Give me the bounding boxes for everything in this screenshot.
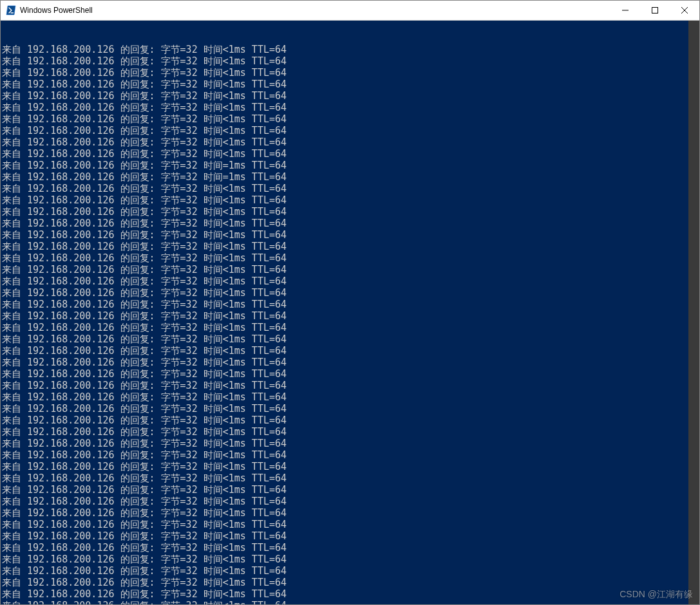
- ping-reply-line: 来自 192.168.200.126 的回复: 字节=32 时间<1ms TTL…: [2, 67, 699, 79]
- minimize-button[interactable]: [610, 1, 640, 20]
- ping-reply-line: 来自 192.168.200.126 的回复: 字节=32 时间<1ms TTL…: [2, 461, 699, 472]
- ping-reply-line: 来自 192.168.200.126 的回复: 字节=32 时间<1ms TTL…: [2, 484, 699, 496]
- title-bar[interactable]: Windows PowerShell: [1, 1, 699, 21]
- ping-reply-line: 来自 192.168.200.126 的回复: 字节=32 时间<1ms TTL…: [2, 125, 699, 136]
- ping-reply-line: 来自 192.168.200.126 的回复: 字节=32 时间<1ms TTL…: [2, 438, 699, 449]
- window-title: Windows PowerShell: [20, 6, 610, 15]
- ping-reply-line: 来自 192.168.200.126 的回复: 字节=32 时间<1ms TTL…: [2, 194, 699, 206]
- ping-reply-line: 来自 192.168.200.126 的回复: 字节=32 时间<1ms TTL…: [2, 264, 699, 275]
- ping-reply-line: 来自 192.168.200.126 的回复: 字节=32 时间<1ms TTL…: [2, 542, 699, 554]
- ping-reply-line: 来自 192.168.200.126 的回复: 字节=32 时间<1ms TTL…: [2, 322, 699, 333]
- ping-reply-line: 来自 192.168.200.126 的回复: 字节=32 时间<1ms TTL…: [2, 44, 699, 55]
- ping-reply-line: 来自 192.168.200.126 的回复: 字节=32 时间<1ms TTL…: [2, 565, 699, 577]
- ping-reply-line: 来自 192.168.200.126 的回复: 字节=32 时间<1ms TTL…: [2, 414, 699, 426]
- close-button[interactable]: [670, 1, 699, 20]
- ping-reply-line: 来自 192.168.200.126 的回复: 字节=32 时间<1ms TTL…: [2, 310, 699, 322]
- terminal-output[interactable]: 来自 192.168.200.126 的回复: 字节=32 时间<1ms TTL…: [1, 21, 699, 604]
- ping-reply-line: 来自 192.168.200.126 的回复: 字节=32 时间<1ms TTL…: [2, 472, 699, 484]
- ping-reply-line: 来自 192.168.200.126 的回复: 字节=32 时间<1ms TTL…: [2, 380, 699, 391]
- ping-reply-line: 来自 192.168.200.126 的回复: 字节=32 时间<1ms TTL…: [2, 218, 699, 229]
- ping-reply-line: 来自 192.168.200.126 的回复: 字节=32 时间=1ms TTL…: [2, 171, 699, 183]
- ping-reply-line: 来自 192.168.200.126 的回复: 字节=32 时间<1ms TTL…: [2, 600, 699, 604]
- ping-reply-line: 来自 192.168.200.126 的回复: 字节=32 时间<1ms TTL…: [2, 368, 699, 380]
- maximize-button[interactable]: [640, 1, 670, 20]
- ping-reply-line: 来自 192.168.200.126 的回复: 字节=32 时间<1ms TTL…: [2, 426, 699, 438]
- ping-reply-line: 来自 192.168.200.126 的回复: 字节=32 时间<1ms TTL…: [2, 496, 699, 507]
- powershell-window: Windows PowerShell 来自 192.168.200.126 的回…: [0, 0, 700, 605]
- ping-reply-line: 来自 192.168.200.126 的回复: 字节=32 时间<1ms TTL…: [2, 287, 699, 299]
- ping-reply-line: 来自 192.168.200.126 的回复: 字节=32 时间<1ms TTL…: [2, 183, 699, 194]
- ping-reply-line: 来自 192.168.200.126 的回复: 字节=32 时间<1ms TTL…: [2, 357, 699, 368]
- ping-reply-line: 来自 192.168.200.126 的回复: 字节=32 时间<1ms TTL…: [2, 241, 699, 252]
- ping-reply-line: 来自 192.168.200.126 的回复: 字节=32 时间=1ms TTL…: [2, 160, 699, 171]
- ping-reply-line: 来自 192.168.200.126 的回复: 字节=32 时间<1ms TTL…: [2, 554, 699, 565]
- ping-reply-line: 来自 192.168.200.126 的回复: 字节=32 时间<1ms TTL…: [2, 55, 699, 67]
- ping-reply-line: 来自 192.168.200.126 的回复: 字节=32 时间<1ms TTL…: [2, 345, 699, 357]
- ping-reply-line: 来自 192.168.200.126 的回复: 字节=32 时间<1ms TTL…: [2, 229, 699, 241]
- ping-reply-line: 来自 192.168.200.126 的回复: 字节=32 时间<1ms TTL…: [2, 333, 699, 345]
- ping-reply-line: 来自 192.168.200.126 的回复: 字节=32 时间<1ms TTL…: [2, 90, 699, 102]
- powershell-icon: [6, 5, 16, 15]
- ping-reply-line: 来自 192.168.200.126 的回复: 字节=32 时间<1ms TTL…: [2, 113, 699, 125]
- ping-reply-line: 来自 192.168.200.126 的回复: 字节=32 时间<1ms TTL…: [2, 102, 699, 113]
- ping-reply-line: 来自 192.168.200.126 的回复: 字节=32 时间<1ms TTL…: [2, 530, 699, 542]
- ping-reply-line: 来自 192.168.200.126 的回复: 字节=32 时间<1ms TTL…: [2, 449, 699, 461]
- ping-reply-line: 来自 192.168.200.126 的回复: 字节=32 时间<1ms TTL…: [2, 148, 699, 160]
- ping-reply-line: 来自 192.168.200.126 的回复: 字节=32 时间<1ms TTL…: [2, 577, 699, 588]
- window-controls: [610, 1, 699, 20]
- ping-reply-line: 来自 192.168.200.126 的回复: 字节=32 时间<1ms TTL…: [2, 507, 699, 519]
- ping-reply-line: 来自 192.168.200.126 的回复: 字节=32 时间<1ms TTL…: [2, 403, 699, 414]
- ping-reply-line: 来自 192.168.200.126 的回复: 字节=32 时间<1ms TTL…: [2, 391, 699, 403]
- ping-reply-line: 来自 192.168.200.126 的回复: 字节=32 时间<1ms TTL…: [2, 252, 699, 264]
- ping-reply-line: 来自 192.168.200.126 的回复: 字节=32 时间<1ms TTL…: [2, 519, 699, 530]
- ping-reply-line: 来自 192.168.200.126 的回复: 字节=32 时间<1ms TTL…: [2, 275, 699, 287]
- ping-reply-line: 来自 192.168.200.126 的回复: 字节=32 时间<1ms TTL…: [2, 299, 699, 310]
- ping-reply-line: 来自 192.168.200.126 的回复: 字节=32 时间<1ms TTL…: [2, 588, 699, 600]
- scrollbar-vertical[interactable]: [688, 21, 699, 604]
- ping-reply-line: 来自 192.168.200.126 的回复: 字节=32 时间<1ms TTL…: [2, 136, 699, 148]
- ping-reply-line: 来自 192.168.200.126 的回复: 字节=32 时间<1ms TTL…: [2, 79, 699, 90]
- ping-reply-line: 来自 192.168.200.126 的回复: 字节=32 时间<1ms TTL…: [2, 206, 699, 218]
- svg-rect-0: [652, 8, 658, 14]
